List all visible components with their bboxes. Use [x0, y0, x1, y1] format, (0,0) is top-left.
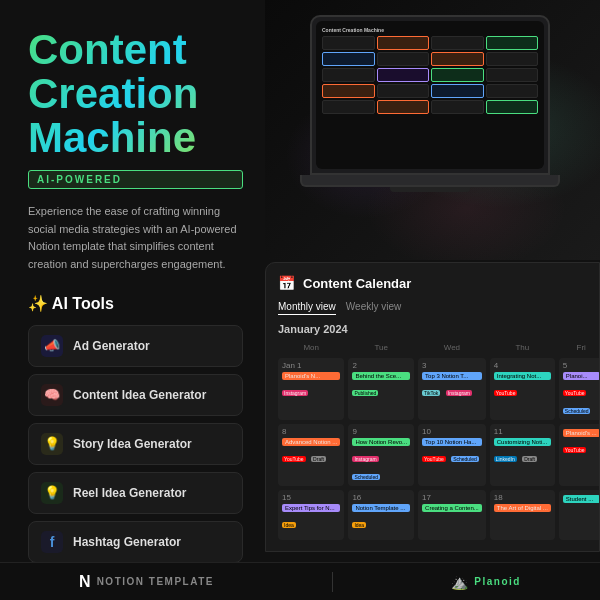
- cal-event: Planoid's N...: [282, 372, 340, 380]
- cal-event: Creating a Conten...: [422, 504, 482, 512]
- cal-event: How Notion Revo...: [352, 438, 410, 446]
- screen-row-2: [322, 52, 538, 66]
- laptop-stand: [390, 187, 470, 192]
- status-scheduled: Scheduled: [451, 456, 479, 462]
- status-draft: Draft: [311, 456, 326, 462]
- cal-cell-jan18b[interactable]: Student ...: [559, 490, 600, 540]
- left-panel: Content Creation Machine AI-POWERED Expe…: [0, 0, 265, 600]
- cal-cell-jan8[interactable]: 8 Advanced Notion ... YouTube Draft: [278, 424, 344, 486]
- cal-event: Advanced Notion ...: [282, 438, 340, 446]
- cal-date: 17: [422, 493, 482, 502]
- tag-youtube: YouTube: [563, 390, 587, 396]
- main-title: Content Creation Machine: [28, 28, 243, 160]
- tool-item-hashtag[interactable]: f Hashtag Generator: [28, 521, 243, 563]
- cal-date: 3: [422, 361, 482, 370]
- cal-cell-jan2[interactable]: 2 Behind the Sce... Published: [348, 358, 414, 420]
- cal-event: Integrating Not...: [494, 372, 551, 380]
- right-panel: Content Creation Machine: [265, 0, 600, 600]
- cal-event: Top 10 Notion Ha...: [422, 438, 482, 446]
- ad-generator-icon: 📣: [41, 335, 63, 357]
- planoid-icon: ⛰️: [451, 574, 468, 590]
- screen-cell-9: [322, 100, 375, 114]
- cal-cell-jan16[interactable]: 16 Notion Template ... Idea: [348, 490, 414, 540]
- tag-linkedin: LinkedIn: [494, 456, 517, 462]
- tool-item-reel-idea[interactable]: 💡 Reel Idea Generator: [28, 472, 243, 514]
- tag-instagram: Instagram: [282, 390, 308, 396]
- notion-brand-text: NOTION TEMPLATE: [97, 576, 214, 587]
- cal-date: 11: [494, 427, 551, 436]
- planoid-brand-text: Planoid: [474, 576, 521, 587]
- tool-item-story-idea[interactable]: 💡 Story Idea Generator: [28, 423, 243, 465]
- cal-date: Jan 1: [282, 361, 340, 370]
- tool-item-ad-generator[interactable]: 📣 Ad Generator: [28, 325, 243, 367]
- view-tabs: Monthly view Weekly view: [278, 299, 587, 315]
- screen-content: Content Creation Machine: [316, 21, 544, 122]
- story-idea-label: Story Idea Generator: [73, 437, 192, 451]
- calendar-month-label: January 2024: [278, 323, 587, 335]
- screen-cell-orange2: [431, 52, 484, 66]
- screen-cell-2: [431, 36, 484, 50]
- cal-cell-jan5[interactable]: 5 Planoi... YouTube Scheduled: [559, 358, 600, 420]
- cal-cell-jan11b[interactable]: Planoid's ... YouTube: [559, 424, 600, 486]
- screen-cell: [322, 36, 375, 50]
- cal-date: 8: [282, 427, 340, 436]
- content-idea-icon: 🧠: [41, 384, 63, 406]
- cal-cell-jan4[interactable]: 4 Integrating Not... YouTube: [490, 358, 555, 420]
- cal-cell-jan9[interactable]: 9 How Notion Revo... Instagram Scheduled: [348, 424, 414, 486]
- cal-cell-jan1[interactable]: Jan 1 Planoid's N... Instagram: [278, 358, 344, 420]
- screen-cell-8: [486, 84, 539, 98]
- cal-date: 9: [352, 427, 410, 436]
- cal-event: Planoid's ...: [563, 429, 600, 437]
- cal-date: 18: [494, 493, 551, 502]
- cal-cell-jan18[interactable]: 18 The Art of Digital ...: [490, 490, 555, 540]
- day-header-fri: Fri: [559, 341, 600, 354]
- cal-date: 10: [422, 427, 482, 436]
- screen-cell-4: [486, 52, 539, 66]
- hashtag-label: Hashtag Generator: [73, 535, 181, 549]
- cal-event: Customizing Noti...: [494, 438, 551, 446]
- screen-cell-purple: [377, 68, 430, 82]
- main-container: Content Creation Machine AI-POWERED Expe…: [0, 0, 600, 600]
- cal-cell-jan3[interactable]: 3 Top 3 Notion T... TikTok Instagram: [418, 358, 486, 420]
- cal-cell-jan15[interactable]: 15 Expert Tips for N... Idea: [278, 490, 344, 540]
- tag-youtube: YouTube: [282, 456, 306, 462]
- ad-generator-label: Ad Generator: [73, 339, 150, 353]
- cal-event: Top 3 Notion T...: [422, 372, 482, 380]
- tab-weekly-view[interactable]: Weekly view: [346, 299, 401, 315]
- title-line2: Creation: [28, 70, 198, 117]
- calendar-icon: 📅: [278, 275, 295, 291]
- screen-cell-10: [431, 100, 484, 114]
- calendar-header: 📅 Content Calendar: [278, 275, 587, 291]
- cal-date: 4: [494, 361, 551, 370]
- day-header-wed: Wed: [418, 341, 486, 354]
- screen-cell-7: [377, 84, 430, 98]
- cal-cell-jan10[interactable]: 10 Top 10 Notion Ha... YouTube Scheduled: [418, 424, 486, 486]
- tag-instagram: Instagram: [352, 456, 378, 462]
- cal-cell-jan11[interactable]: 11 Customizing Noti... LinkedIn Draft: [490, 424, 555, 486]
- cal-event: Student ...: [563, 495, 600, 503]
- status-draft: Draft: [522, 456, 537, 462]
- screen-cell-blue: [322, 52, 375, 66]
- cal-event: Expert Tips for N...: [282, 504, 340, 512]
- status-scheduled: Scheduled: [352, 474, 380, 480]
- cal-date: 5: [563, 361, 600, 370]
- content-idea-label: Content Idea Generator: [73, 388, 206, 402]
- screen-row-3: [322, 68, 538, 82]
- screen-cell-blue2: [431, 84, 484, 98]
- cal-cell-jan17[interactable]: 17 Creating a Conten...: [418, 490, 486, 540]
- ai-badge: AI-POWERED: [28, 170, 243, 189]
- screen-cell-3: [377, 52, 430, 66]
- screen-cell-orange4: [377, 100, 430, 114]
- tab-monthly-view[interactable]: Monthly view: [278, 299, 336, 315]
- status-idea: Idea: [352, 522, 366, 528]
- cal-event: Behind the Sce...: [352, 372, 410, 380]
- cal-date: 2: [352, 361, 410, 370]
- tool-item-content-idea[interactable]: 🧠 Content Idea Generator: [28, 374, 243, 416]
- laptop-body: Content Creation Machine: [310, 15, 550, 175]
- ai-tools-header: ✨ AI Tools: [28, 294, 243, 313]
- screen-row-1: [322, 36, 538, 50]
- cal-date: 16: [352, 493, 410, 502]
- status-idea: Idea: [282, 522, 296, 528]
- notion-icon: N: [79, 573, 91, 591]
- day-header-tue: Tue: [348, 341, 414, 354]
